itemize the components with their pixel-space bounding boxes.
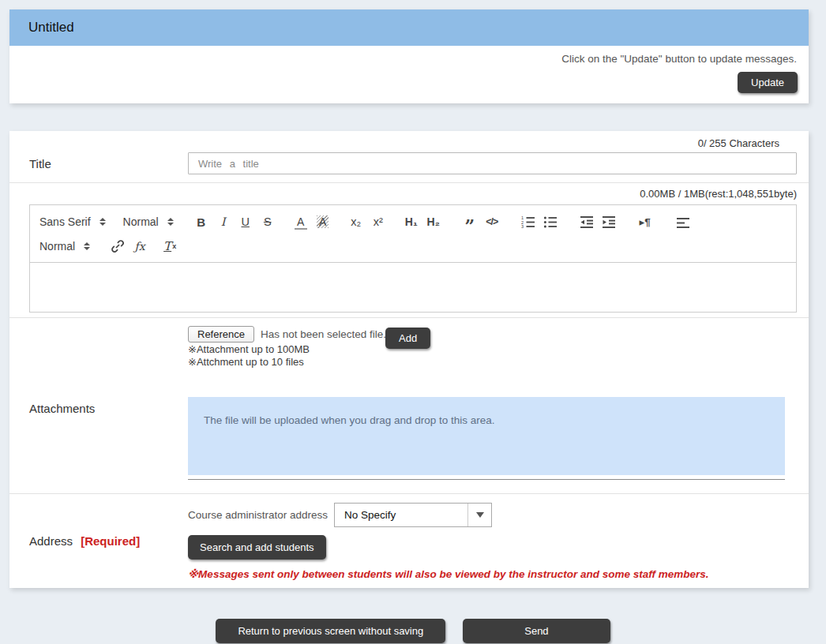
page-title: Untitled (28, 20, 74, 36)
footer-actions: Return to previous screen without saving… (0, 619, 826, 643)
font-picker-value: Sans Serif (39, 215, 91, 228)
picker-expand-icon (167, 218, 174, 226)
bullet-list-icon (543, 215, 558, 229)
strikethrough-button[interactable]: S (259, 212, 276, 231)
clean-format-button[interactable]: Tx (161, 237, 178, 256)
picker-expand-icon (99, 218, 106, 226)
text-direction-button[interactable]: ▸¶ (636, 212, 654, 231)
underline-button[interactable]: U (237, 212, 254, 231)
title-char-counter: 0/ 255 Characters (9, 137, 779, 149)
align-icon (676, 215, 690, 229)
message-body-editor[interactable] (29, 263, 797, 313)
outdent-button[interactable] (578, 212, 595, 231)
title-section: 0/ 255 Characters Title (9, 131, 809, 183)
toolbar-row-1: Sans Serif Normal B I U S A A x₂ x (39, 212, 787, 232)
editor-section: 0.00MB / 1MB(rest:1,048,551byte) Sans Se… (9, 183, 809, 318)
header-picker[interactable]: Normal (123, 215, 174, 228)
attachment-count-note: ※Attchment up to 10 files (188, 356, 785, 369)
no-file-selected-text: Has not been selected file. (261, 326, 386, 340)
update-button[interactable]: Update (738, 72, 798, 93)
toolbar-row-2: Normal ƒx Tx (39, 236, 787, 256)
students-message-warning: ※Messages sent only between students wil… (188, 567, 785, 580)
message-form-card: 0/ 255 Characters Title 0.00MB / 1MB(res… (9, 131, 809, 588)
update-instruction-text: Click on the "Update" button to update m… (21, 53, 797, 65)
ordered-list-icon: 1 2 3 (521, 215, 535, 229)
editor-size-info: 0.00MB / 1MB(rest:1,048,551byte) (29, 188, 797, 200)
title-input[interactable] (188, 152, 797, 174)
font-picker[interactable]: Sans Serif (39, 215, 106, 228)
background-color-button[interactable]: A (314, 212, 332, 231)
message-title-bar: Untitled (9, 9, 809, 46)
link-button[interactable] (109, 237, 126, 256)
select-selected-value: No Specify (335, 504, 467, 526)
attachment-size-note: ※Attachment up to 100MB (188, 343, 785, 356)
header2-button[interactable]: H₂ (425, 212, 442, 231)
superscript-button[interactable]: x² (370, 212, 387, 231)
indent-button[interactable] (600, 212, 618, 231)
size-picker-value: Normal (39, 240, 75, 253)
ordered-list-button[interactable]: 1 2 3 (520, 212, 537, 231)
bullet-list-button[interactable] (542, 212, 559, 231)
add-attachment-button[interactable]: Add (385, 328, 430, 349)
message-header-card: Untitled Click on the "Update" button to… (9, 9, 809, 103)
align-button[interactable] (674, 212, 692, 231)
dropdown-arrow-icon (467, 504, 491, 526)
search-add-students-button[interactable]: Search and add students (188, 535, 326, 560)
background-color-icon: A (317, 215, 329, 228)
editor-toolbar: Sans Serif Normal B I U S A A x₂ x (29, 204, 797, 263)
text-color-icon: A (295, 216, 307, 230)
address-section: Address [Required] Course administrator … (9, 494, 809, 588)
text-color-button[interactable]: A (292, 212, 310, 231)
direction-icon: ▸¶ (640, 215, 651, 228)
update-hint-area: Click on the "Update" button to update m… (9, 46, 809, 103)
picker-expand-icon (84, 242, 90, 250)
svg-text:3: 3 (521, 224, 524, 229)
header-picker-value: Normal (123, 215, 159, 228)
header1-button[interactable]: H₁ (403, 212, 420, 231)
italic-button[interactable]: I (215, 212, 232, 231)
dropzone-text: The file will be uploaded when you drag … (204, 414, 495, 426)
blockquote-button[interactable]: ” (461, 212, 479, 231)
clean-format-icon: T (163, 239, 171, 253)
return-without-saving-button[interactable]: Return to previous screen without saving (216, 619, 445, 643)
indent-icon (602, 215, 616, 229)
title-label: Title (9, 152, 188, 174)
attachments-section: Attachments Reference Has not been selec… (9, 318, 809, 494)
course-admin-address-label: Course administrator address (188, 509, 328, 521)
attachments-label: Attachments (9, 402, 188, 481)
link-icon (111, 239, 125, 253)
file-reference-button[interactable]: Reference (188, 326, 254, 343)
size-picker[interactable]: Normal (39, 240, 90, 253)
file-dropzone[interactable]: The file will be uploaded when you drag … (188, 397, 785, 475)
code-block-button[interactable]: </> (483, 212, 501, 231)
required-badge: [Required] (81, 534, 140, 548)
subscript-button[interactable]: x₂ (347, 212, 365, 231)
send-button[interactable]: Send (463, 619, 610, 643)
formula-button[interactable]: ƒx (131, 237, 148, 256)
attachments-divider (188, 479, 785, 481)
course-admin-address-select[interactable]: No Specify (334, 503, 492, 527)
address-label: Address (29, 534, 73, 548)
outdent-icon (580, 215, 594, 229)
bold-button[interactable]: B (193, 212, 210, 231)
